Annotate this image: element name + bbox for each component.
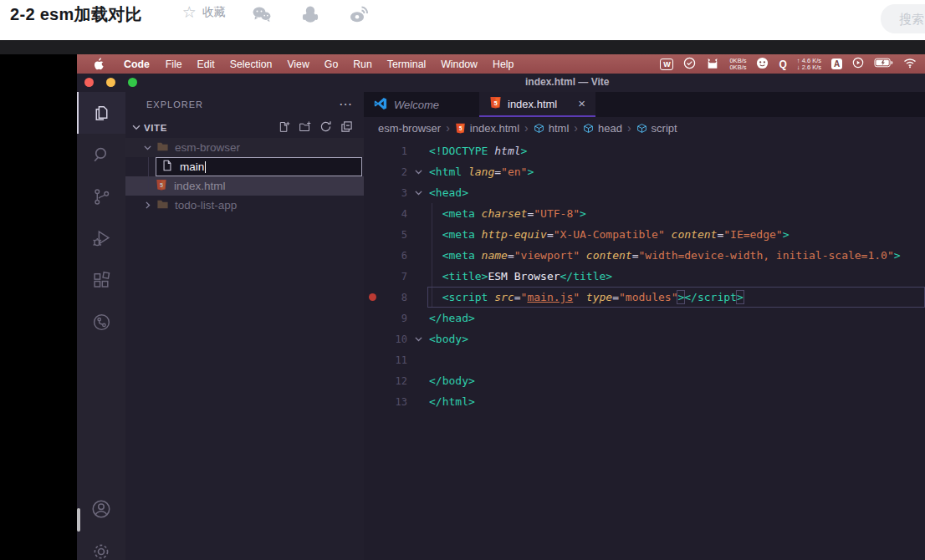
apple-menu-icon[interactable] (94, 58, 105, 70)
wifi-icon[interactable] (903, 58, 917, 71)
menubar-items: FileEditSelectionViewGoRunTerminalWindow… (158, 59, 522, 70)
breadcrumb-item-index.html[interactable]: 5index.html (455, 122, 519, 135)
fold-indicator[interactable] (407, 333, 429, 344)
code-line-2[interactable]: 2<html lang="en"> (364, 161, 925, 182)
explorer-activity-icon[interactable] (77, 92, 125, 134)
run-debug-activity-icon[interactable] (77, 217, 125, 259)
code-token: content (665, 228, 718, 241)
video-frame[interactable]: Code FileEditSelectionViewGoRunTerminalW… (0, 54, 925, 560)
tab-welcome[interactable]: Welcome (364, 92, 473, 117)
breadcrumb-item-script[interactable]: script (636, 122, 677, 135)
extensions-activity-icon[interactable] (77, 259, 125, 301)
vscode-logo-icon (374, 97, 387, 113)
code-line-11[interactable]: 11 (364, 349, 925, 370)
code-token: > (737, 291, 744, 303)
svg-text:5: 5 (160, 182, 163, 188)
refresh-icon[interactable] (319, 120, 332, 135)
code-line-13[interactable]: 13</html> (364, 391, 925, 412)
tab-label: index.html (508, 98, 557, 110)
explorer-actions (278, 120, 364, 135)
code-token: = (547, 228, 554, 241)
close-tab-icon[interactable]: × (578, 99, 585, 109)
new-file-input-row[interactable]: main (125, 157, 364, 176)
q-status-icon[interactable]: Q (779, 59, 786, 70)
line-number: 4 (381, 208, 407, 220)
code-line-10[interactable]: 10<body> (364, 328, 925, 349)
search-box[interactable] (881, 4, 925, 33)
code-token: > (521, 145, 528, 157)
zoom-window-button[interactable] (128, 78, 137, 87)
code-token: </body> (429, 374, 475, 387)
menu-item-terminal[interactable]: Terminal (380, 59, 433, 70)
code-line-4[interactable]: 4 <meta charset="UTF-8"> (364, 203, 925, 224)
code-line-8[interactable]: 8 <script src="main.js" type="modules"><… (364, 287, 925, 308)
text-cursor (205, 161, 206, 173)
code-line-12[interactable]: 12</body> (364, 370, 925, 391)
close-window-button[interactable] (84, 78, 94, 87)
menu-item-file[interactable]: File (158, 59, 190, 70)
w-status-icon[interactable]: W (660, 59, 673, 70)
breadcrumb-separator: › (446, 121, 450, 135)
breadcrumb-item-esm-browser[interactable]: esm-browser (378, 122, 441, 135)
code-token: <meta (442, 249, 475, 262)
minimize-window-button[interactable] (106, 78, 115, 87)
code-line-9[interactable]: 9</head> (364, 308, 925, 328)
code-line-5[interactable]: 5 <meta http-equiv="X-UA-Compatible" con… (364, 224, 925, 245)
qq-share-icon[interactable] (302, 5, 319, 23)
account-icon[interactable] (77, 498, 125, 520)
more-actions-icon[interactable]: ⋯ (339, 101, 352, 108)
code-line-1[interactable]: 1<!DOCTYPE html> (364, 140, 925, 161)
cat-proxy-icon[interactable] (706, 58, 719, 71)
code-line-7[interactable]: 7 <title>ESM Browser</title> (364, 266, 925, 287)
vscode-titlebar[interactable]: index.html — Vite (77, 74, 925, 92)
folder-row-todo-list-app[interactable]: todo-list-app (125, 196, 364, 215)
code-line-3[interactable]: 3<head> (364, 182, 925, 203)
input-method-icon[interactable]: A (831, 59, 842, 69)
new-file-icon[interactable] (278, 120, 290, 135)
line-number: 8 (381, 292, 407, 303)
play-circle-icon[interactable] (852, 57, 864, 71)
source-control-activity-icon[interactable] (77, 176, 125, 217)
settings-gear-icon[interactable] (77, 541, 125, 560)
code-text: <script src="main.js" type="modules"></s… (429, 291, 744, 303)
menu-item-selection[interactable]: Selection (222, 59, 280, 70)
cube-icon (636, 123, 647, 134)
face-status-icon[interactable] (756, 57, 769, 72)
search-activity-icon[interactable] (77, 134, 125, 176)
breadcrumb-separator: › (627, 121, 631, 135)
battery-icon[interactable] (874, 58, 893, 70)
favorite-button[interactable]: ☆ 收藏 (182, 5, 226, 20)
page-divider-strip (0, 40, 925, 54)
weibo-share-icon[interactable] (349, 5, 370, 23)
code-area[interactable]: 1<!DOCTYPE html>2<html lang="en">3<head>… (364, 139, 925, 560)
menu-item-help[interactable]: Help (485, 59, 521, 70)
breadcrumb-item-head[interactable]: head (583, 122, 622, 135)
menu-item-run[interactable]: Run (345, 59, 380, 70)
search-input[interactable] (897, 11, 925, 27)
breakpoint-gutter[interactable] (364, 293, 381, 301)
fold-indicator[interactable] (407, 187, 429, 198)
folder-row-esm-browser[interactable]: esm-browser (125, 138, 364, 157)
menu-item-view[interactable]: View (279, 59, 316, 70)
remote-explorer-activity-icon[interactable] (77, 301, 125, 343)
collapse-all-icon[interactable] (340, 120, 353, 135)
menu-item-code[interactable]: Code (117, 59, 156, 70)
breakpoint-dot (369, 293, 376, 301)
code-token: "en" (501, 165, 527, 178)
code-line-6[interactable]: 6 <meta name="viewport" content="width=d… (364, 245, 925, 266)
tab-index-html[interactable]: 5 index.html × (479, 92, 595, 117)
workspace-section-header[interactable]: VITE (125, 119, 364, 137)
indent-guide (148, 157, 149, 196)
check-circle-icon[interactable] (683, 57, 696, 72)
indent (429, 207, 442, 220)
file-row-index-html[interactable]: 5 index.html (125, 176, 364, 196)
breadcrumb-item-html[interactable]: html (534, 122, 570, 135)
menu-item-window[interactable]: Window (433, 59, 485, 70)
new-file-name-input[interactable]: main (156, 157, 362, 176)
new-folder-icon[interactable] (299, 120, 311, 135)
code-token: <head> (429, 186, 468, 199)
menu-item-go[interactable]: Go (317, 59, 345, 70)
fold-indicator[interactable] (407, 166, 429, 177)
menu-item-edit[interactable]: Edit (190, 59, 222, 70)
wechat-share-icon[interactable] (251, 5, 272, 23)
